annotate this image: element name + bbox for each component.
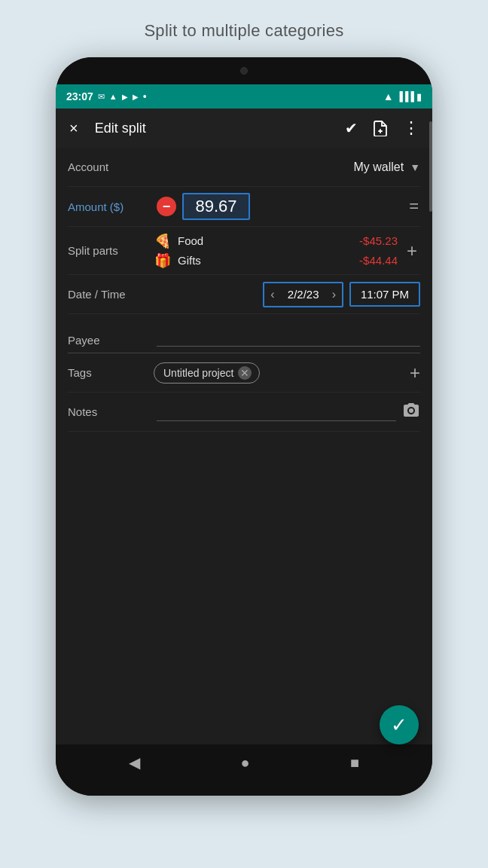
time-picker[interactable]: 11:07 PM: [349, 282, 420, 307]
split-label: Split parts: [68, 244, 151, 257]
split-item-food[interactable]: 🍕 Food -$45.23: [154, 233, 398, 249]
alert-icon: ▲: [109, 92, 117, 101]
tags-row: Tags Untitled project ✕ +: [68, 353, 420, 393]
date-next-button[interactable]: ›: [326, 283, 342, 306]
home-nav-button[interactable]: ●: [234, 748, 255, 778]
toggle-negative-button[interactable]: −: [157, 197, 176, 216]
top-bar: × Edit split ✔ ⋮: [56, 108, 432, 148]
gifts-category: Gifts: [178, 254, 353, 267]
amount-input[interactable]: 89.67: [182, 193, 250, 220]
food-amount: -$45.23: [359, 234, 398, 247]
check-button[interactable]: ✔: [342, 116, 361, 140]
tags-label: Tags: [68, 366, 151, 379]
datetime-row: Date / Time ‹ 2/2/23 › 11:07 PM: [68, 275, 420, 314]
food-icon: 🍕: [154, 233, 172, 249]
tag-name: Untitled project: [163, 367, 233, 379]
scroll-indicator: [429, 148, 432, 212]
date-value[interactable]: 2/2/23: [281, 283, 326, 305]
dot-icon: •: [143, 90, 147, 102]
food-category: Food: [178, 234, 353, 247]
payee-label: Payee: [68, 334, 151, 347]
amount-label: Amount ($): [68, 200, 151, 213]
split-row: Split parts 🍕 Food -$45.23 🎁 Gifts -$44.…: [68, 227, 420, 275]
gift-icon: 🎁: [154, 252, 172, 269]
youtube-icon: ▶: [122, 93, 128, 101]
form: Account My wallet ▼ Amount ($) − 89.67 =…: [56, 148, 432, 432]
payee-input[interactable]: [157, 329, 420, 347]
status-bar: 23:07 ✉ ▲ ▶ ▶ • ▲ ▐▐▐ ▮: [56, 84, 432, 108]
tag-remove-button[interactable]: ✕: [238, 366, 252, 380]
close-button[interactable]: ×: [66, 117, 81, 140]
camera: [240, 67, 248, 75]
check-icon: ✓: [391, 714, 407, 737]
add-split-button[interactable]: +: [398, 237, 420, 264]
account-dropdown-icon: ▼: [410, 161, 420, 173]
add-tag-button[interactable]: +: [410, 362, 420, 384]
page-title: Split to multiple categories: [144, 21, 343, 41]
time-value[interactable]: 11:07 PM: [351, 283, 419, 305]
status-time: 23:07: [66, 90, 93, 102]
back-nav-button[interactable]: ◀: [123, 747, 146, 778]
svg-point-0: [409, 408, 413, 413]
tag-chip[interactable]: Untitled project ✕: [154, 362, 260, 384]
notes-label: Notes: [68, 405, 151, 418]
battery-icon: ▮: [416, 91, 422, 102]
more-button[interactable]: ⋮: [400, 115, 422, 141]
account-row: Account My wallet ▼: [68, 148, 420, 187]
date-prev-button[interactable]: ‹: [264, 283, 280, 306]
wifi-icon: ▲: [383, 90, 394, 102]
content-area: Account My wallet ▼ Amount ($) − 89.67 =…: [56, 148, 432, 744]
gifts-amount: -$44.44: [359, 254, 398, 267]
notes-input[interactable]: [157, 403, 396, 421]
date-picker[interactable]: ‹ 2/2/23 ›: [263, 282, 343, 307]
datetime-label: Date / Time: [68, 288, 151, 301]
account-value-container[interactable]: My wallet ▼: [151, 160, 420, 174]
email-icon: ✉: [98, 92, 105, 102]
phone-frame: 23:07 ✉ ▲ ▶ ▶ • ▲ ▐▐▐ ▮ × Edit split ✔ ⋮: [56, 57, 432, 796]
recent-nav-button[interactable]: ■: [344, 748, 365, 778]
screen-title: Edit split: [95, 121, 333, 136]
bottom-nav: ◀ ● ■: [56, 744, 432, 781]
split-items: 🍕 Food -$45.23 🎁 Gifts -$44.44: [154, 233, 398, 269]
payee-row: Payee: [68, 314, 420, 353]
account-value: My wallet: [353, 160, 404, 174]
split-item-gifts[interactable]: 🎁 Gifts -$44.44: [154, 252, 398, 269]
amount-row: Amount ($) − 89.67 =: [68, 187, 420, 227]
notes-row: Notes: [68, 393, 420, 432]
camera-icon[interactable]: [402, 402, 420, 423]
confirm-fab-button[interactable]: ✓: [380, 705, 419, 744]
equals-icon: =: [409, 197, 420, 216]
phone-bottom: [56, 781, 432, 796]
phone-top: [56, 57, 432, 84]
signal-icon: ▐▐▐: [396, 91, 413, 102]
youtube2-icon: ▶: [133, 93, 139, 101]
account-label: Account: [68, 160, 151, 173]
add-doc-button[interactable]: [370, 117, 391, 139]
